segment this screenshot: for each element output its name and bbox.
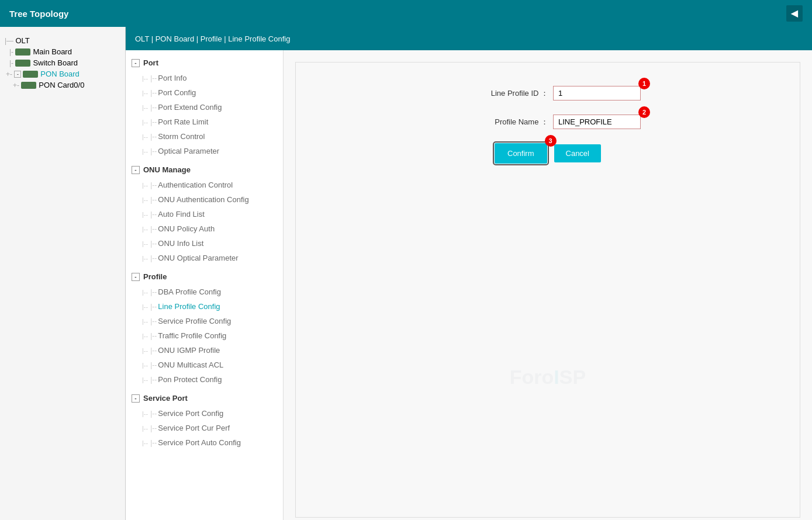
tree-item-pon-card[interactable]: +- PON Card0/0	[0, 79, 125, 91]
nav-item-onu-igmp-profile[interactable]: |-- ONU IGMP Profile	[126, 343, 283, 358]
form-area: ForoISP Line Profile ID ： 1	[284, 50, 812, 520]
nav-item-optical-parameter[interactable]: |-- Optical Parameter	[126, 144, 283, 158]
line-profile-id-input[interactable]	[553, 86, 641, 100]
nav-item-traffic-profile[interactable]: |-- Traffic Profile Config	[126, 328, 283, 343]
collapse-port-icon[interactable]: -	[132, 59, 140, 67]
nav-items-port: |-- Port Info |-- Port Config |-- Port E…	[126, 71, 283, 158]
profile-name-row: Profile Name ： 2	[307, 115, 788, 129]
tree-item-switch-board[interactable]: |- Switch Board	[0, 57, 125, 68]
device-icon-switch	[15, 60, 30, 67]
nav-item-onu-policy-auth[interactable]: |-- ONU Policy Auth	[126, 221, 283, 236]
collapse-sidebar-button[interactable]: ◀	[786, 5, 803, 22]
tree-item-pon-board[interactable]: +- - PON Board	[0, 68, 125, 79]
nav-items-profile: |-- DBA Profile Config |-- Line Profile …	[126, 285, 283, 387]
profile-name-input[interactable]	[553, 115, 641, 129]
nav-section-port-label: Port	[143, 58, 158, 67]
nav-item-storm-control[interactable]: |-- Storm Control	[126, 129, 283, 144]
nav-item-auth-control[interactable]: |-- Authentication Control	[126, 178, 283, 192]
step-badge-1: 1	[638, 78, 650, 89]
line-profile-id-label: Line Profile ID ：	[455, 88, 548, 99]
watermark: ForoISP	[510, 366, 586, 389]
nav-section-service-port[interactable]: - Service Port	[126, 390, 283, 406]
nav-section-onu-manage[interactable]: - ONU Manage	[126, 162, 283, 178]
form-panel: ForoISP Line Profile ID ： 1	[295, 62, 800, 518]
nav-items-onu: |-- Authentication Control |-- ONU Authe…	[126, 178, 283, 265]
nav-item-pon-protect-config[interactable]: |-- Pon Protect Config	[126, 372, 283, 387]
nav-item-onu-info-list[interactable]: |-- ONU Info List	[126, 236, 283, 251]
step-badge-3: 3	[545, 135, 557, 147]
confirm-button[interactable]: Confirm	[495, 143, 547, 164]
nav-item-auto-find-list[interactable]: |-- Auto Find List	[126, 207, 283, 221]
form-inner: Line Profile ID ： 1 Profile Na	[296, 63, 800, 189]
nav-item-service-profile[interactable]: |-- Service Profile Config	[126, 314, 283, 328]
nav-items-service-port: |-- Service Port Config |-- Service Port…	[126, 406, 283, 450]
nav-item-onu-multicast-acl[interactable]: |-- ONU Multicast ACL	[126, 358, 283, 372]
nav-item-onu-auth-config[interactable]: |-- ONU Authentication Config	[126, 192, 283, 207]
nav-item-service-port-config[interactable]: |-- Service Port Config	[126, 406, 283, 421]
sidebar: |— OLT |- Main Board |- Switch Board +- …	[0, 27, 126, 520]
tree-item-main-board[interactable]: |- Main Board	[0, 46, 125, 57]
nav-item-port-extend-config[interactable]: |-- Port Extend Config	[126, 100, 283, 115]
nav-item-port-rate-limit[interactable]: |-- Port Rate Limit	[126, 115, 283, 129]
app-header: Tree Topology ◀	[0, 0, 812, 27]
nav-item-port-info[interactable]: |-- Port Info	[126, 71, 283, 85]
nav-menu: - Port |-- Port Info |-- Port Config |--…	[126, 50, 284, 520]
breadcrumb-bar: OLT | PON Board | Profile | Line Profile…	[126, 27, 812, 50]
nav-item-port-config[interactable]: |-- Port Config	[126, 85, 283, 100]
buttons-row: Confirm 3 Cancel	[307, 143, 788, 164]
collapse-service-port-icon[interactable]: -	[132, 394, 140, 403]
cancel-button[interactable]: Cancel	[554, 144, 601, 162]
nav-section-service-port-label: Service Port	[143, 394, 188, 403]
nav-item-service-port-cur-perf[interactable]: |-- Service Port Cur Perf	[126, 421, 283, 435]
device-icon-pon-card	[21, 82, 36, 89]
collapse-profile-icon[interactable]: -	[132, 273, 140, 281]
nav-item-service-port-auto-config[interactable]: |-- Service Port Auto Config	[126, 435, 283, 450]
nav-item-onu-optical-param[interactable]: |-- ONU Optical Parameter	[126, 251, 283, 265]
nav-section-profile-label: Profile	[143, 272, 167, 281]
nav-item-line-profile[interactable]: |-- Line Profile Config	[126, 299, 283, 314]
app-title: Tree Topology	[9, 9, 68, 19]
collapse-onu-icon[interactable]: -	[132, 166, 140, 174]
tree-item-olt[interactable]: |— OLT	[0, 35, 125, 46]
profile-name-label: Profile Name ：	[455, 117, 548, 127]
step-badge-2: 2	[638, 106, 650, 118]
nav-item-dba-profile[interactable]: |-- DBA Profile Config	[126, 285, 283, 299]
device-icon-main	[15, 48, 30, 56]
breadcrumb: OLT | PON Board | Profile | Line Profile…	[135, 34, 290, 43]
nav-section-profile[interactable]: - Profile	[126, 269, 283, 285]
line-profile-id-row: Line Profile ID ： 1	[307, 86, 788, 100]
nav-section-onu-label: ONU Manage	[143, 165, 191, 174]
nav-section-port[interactable]: - Port	[126, 55, 283, 71]
device-icon-pon	[23, 71, 38, 78]
expand-pon-board[interactable]: -	[14, 71, 21, 78]
